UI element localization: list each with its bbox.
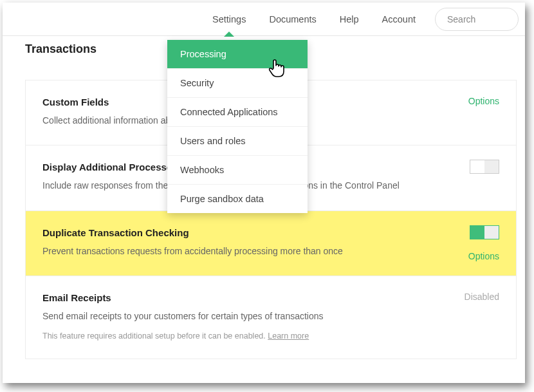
settings-dropdown: Processing Security Connected Applicatio… [167,40,308,213]
nav-documents-label: Documents [269,14,316,24]
dropdown-item-security[interactable]: Security [167,68,308,97]
card-duplicate-check-sub: Prevent transactions requests from accid… [42,245,403,257]
disabled-label-email-receipts: Disabled [465,292,499,302]
toggle-duplicate-check[interactable] [470,225,499,239]
search-input[interactable] [447,14,499,24]
search-container [435,8,519,31]
page-title: Transactions [25,42,97,56]
options-link-duplicate-check[interactable]: Options [468,251,499,261]
top-nav: Settings Documents Help Account [3,3,525,36]
dropdown-item-purge-sandbox-data[interactable]: Purge sandbox data [167,184,308,213]
dropdown-item-processing[interactable]: Processing [167,40,308,68]
nav-settings[interactable]: Settings [201,3,257,36]
options-link-custom-fields[interactable]: Options [468,96,499,106]
dropdown-item-connected-applications[interactable]: Connected Applications [167,97,308,126]
card-duplicate-check-title: Duplicate Transaction Checking [42,227,499,238]
nav-help-label: Help [340,14,359,24]
note-text: This feature requires additional setup b… [42,331,268,341]
card-email-receipts-sub: Send email receipts to your customers fo… [42,310,403,322]
nav-account[interactable]: Account [371,3,427,36]
card-email-receipts-title: Email Receipts [42,292,499,303]
learn-more-link[interactable]: Learn more [268,331,309,341]
dropdown-item-webhooks[interactable]: Webhooks [167,155,308,184]
card-email-receipts: Email Receipts Send email receipts to yo… [26,276,516,359]
card-email-receipts-note: This feature requires additional setup b… [42,331,499,341]
nav-settings-label: Settings [212,14,246,24]
nav-help[interactable]: Help [328,3,371,36]
toggle-display-processor[interactable] [470,160,499,174]
nav-account-label: Account [382,14,416,24]
nav-documents[interactable]: Documents [257,3,327,36]
dropdown-item-users-and-roles[interactable]: Users and roles [167,126,308,155]
card-duplicate-check: Duplicate Transaction Checking Prevent t… [26,211,516,276]
